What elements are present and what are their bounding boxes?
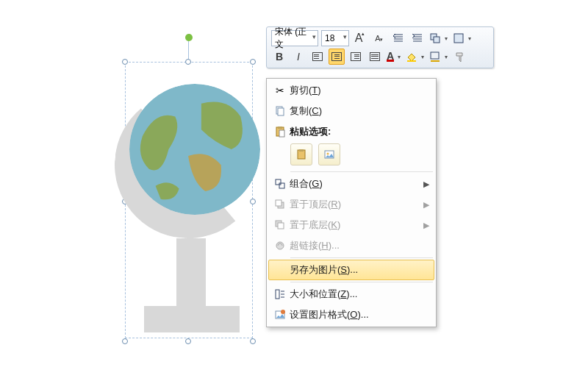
svg-rect-17 bbox=[279, 183, 284, 188]
context-menu: ✂ 剪切(T) 复制(C) 粘贴选项: 组合(G) ▶ 置于顶层(R) ▶ 置于… bbox=[266, 78, 437, 327]
svg-rect-10 bbox=[278, 127, 282, 129]
size-icon bbox=[270, 286, 290, 302]
font-size-select[interactable]: 18 ▾ bbox=[321, 30, 349, 46]
align-left-button[interactable] bbox=[309, 49, 326, 65]
copy-icon bbox=[270, 103, 290, 119]
dropdown-icon: ▾ bbox=[312, 33, 316, 40]
svg-rect-5 bbox=[431, 52, 439, 59]
svg-rect-2 bbox=[434, 37, 440, 43]
svg-rect-19 bbox=[276, 200, 282, 206]
svg-rect-6 bbox=[431, 60, 440, 62]
font-color-button[interactable]: A bbox=[386, 49, 402, 65]
scissors-icon: ✂ bbox=[270, 82, 290, 99]
globe-earth bbox=[129, 84, 260, 215]
menu-label: 置于底层(K) bbox=[290, 218, 423, 232]
format-icon bbox=[270, 307, 290, 323]
menu-label: 粘贴选项: bbox=[290, 125, 429, 138]
svg-rect-4 bbox=[407, 60, 416, 62]
increase-indent-button[interactable] bbox=[409, 30, 426, 46]
shape-outline-button[interactable] bbox=[429, 49, 449, 65]
shrink-font-button[interactable]: A▾ bbox=[371, 30, 387, 46]
send-back-icon bbox=[270, 217, 290, 233]
arrange-button[interactable] bbox=[429, 30, 449, 46]
handle-top-left[interactable] bbox=[122, 59, 128, 65]
mini-toolbar: 宋体 (正文 ▾ 18 ▾ A▴ A▾ B I A bbox=[266, 26, 494, 68]
menu-label: 剪切(T) bbox=[290, 84, 429, 97]
svg-rect-23 bbox=[276, 290, 279, 299]
menu-label: 复制(C) bbox=[290, 104, 429, 118]
svg-rect-8 bbox=[278, 108, 284, 115]
menu-paste-options: 粘贴选项: bbox=[268, 121, 434, 142]
align-right-icon bbox=[351, 52, 361, 61]
handle-bot-left[interactable] bbox=[122, 338, 128, 344]
menu-label: 设置图片格式(O)... bbox=[290, 308, 429, 321]
align-left-icon bbox=[312, 52, 323, 61]
menu-label: 另存为图片(S)... bbox=[290, 263, 429, 277]
italic-button[interactable]: I bbox=[290, 49, 306, 65]
align-right-button[interactable] bbox=[348, 49, 364, 65]
font-size-value: 18 bbox=[325, 33, 334, 43]
blank-icon bbox=[270, 262, 290, 278]
shape-fill-button[interactable] bbox=[405, 49, 426, 65]
separator bbox=[290, 282, 433, 282]
paste-keep-formatting-button[interactable] bbox=[290, 143, 312, 165]
align-center-button[interactable] bbox=[329, 49, 345, 65]
font-name-value: 宋体 (正文 bbox=[275, 26, 307, 51]
separator bbox=[290, 257, 433, 258]
menu-bring-to-front: 置于顶层(R) ▶ bbox=[268, 194, 434, 215]
quick-styles-button[interactable] bbox=[452, 30, 473, 46]
svg-rect-13 bbox=[299, 149, 304, 152]
menu-group[interactable]: 组合(G) ▶ bbox=[268, 174, 434, 194]
globe-stand-stem bbox=[176, 238, 206, 312]
svg-rect-11 bbox=[279, 130, 284, 137]
menu-format-picture[interactable]: 设置图片格式(O)... bbox=[268, 305, 434, 325]
menu-hyperlink: 超链接(H)... bbox=[268, 235, 434, 256]
menu-cut[interactable]: ✂ 剪切(T) bbox=[268, 80, 434, 101]
handle-top-right[interactable] bbox=[250, 59, 256, 65]
rotation-handle[interactable] bbox=[185, 34, 193, 41]
bold-button[interactable]: B bbox=[271, 49, 287, 65]
menu-copy[interactable]: 复制(C) bbox=[268, 101, 434, 121]
bring-front-icon bbox=[270, 196, 290, 213]
submenu-arrow-icon: ▶ bbox=[423, 221, 429, 230]
menu-size-and-position[interactable]: 大小和位置(Z)... bbox=[268, 284, 434, 305]
paste-options-row bbox=[268, 142, 434, 170]
decrease-indent-button[interactable] bbox=[390, 30, 406, 46]
menu-label: 置于顶层(R) bbox=[290, 198, 423, 211]
grow-font-button[interactable]: A▴ bbox=[352, 30, 368, 46]
handle-top-mid[interactable] bbox=[185, 59, 191, 65]
format-painter-button[interactable] bbox=[452, 49, 468, 65]
globe-stand-base bbox=[144, 306, 240, 332]
link-icon bbox=[270, 238, 290, 254]
rotation-connector bbox=[188, 41, 189, 60]
submenu-arrow-icon: ▶ bbox=[423, 200, 429, 210]
menu-save-as-picture[interactable]: 另存为图片(S)... bbox=[268, 260, 434, 280]
align-justify-button[interactable] bbox=[367, 49, 383, 65]
submenu-arrow-icon: ▶ bbox=[423, 179, 429, 189]
align-center-icon bbox=[331, 52, 342, 61]
separator bbox=[290, 171, 433, 172]
menu-send-to-back: 置于底层(K) ▶ bbox=[268, 215, 434, 235]
svg-rect-3 bbox=[454, 34, 463, 43]
clipboard-icon bbox=[270, 124, 290, 140]
dropdown-icon: ▾ bbox=[343, 33, 347, 40]
menu-label: 组合(G) bbox=[290, 177, 423, 190]
globe-graphic[interactable] bbox=[132, 74, 279, 353]
svg-rect-21 bbox=[278, 223, 284, 229]
svg-point-25 bbox=[281, 310, 285, 314]
align-justify-icon bbox=[370, 52, 380, 61]
menu-label: 大小和位置(Z)... bbox=[290, 288, 429, 301]
svg-rect-16 bbox=[276, 179, 281, 185]
svg-point-15 bbox=[327, 153, 329, 155]
group-icon bbox=[270, 176, 290, 192]
font-name-select[interactable]: 宋体 (正文 ▾ bbox=[271, 30, 318, 46]
menu-label: 超链接(H)... bbox=[290, 239, 429, 252]
paste-as-picture-button[interactable] bbox=[318, 143, 340, 165]
